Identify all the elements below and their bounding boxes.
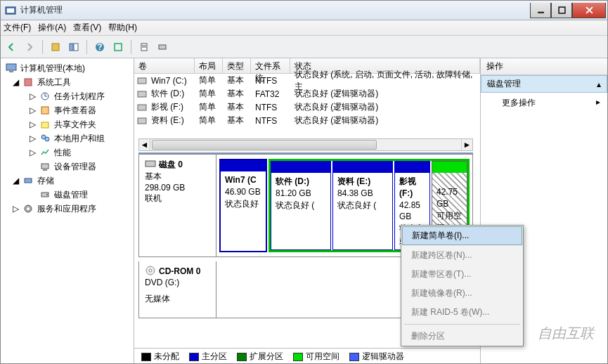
- computer-icon: [5, 63, 18, 74]
- cdrom-info[interactable]: CD-ROM 0 DVD (G:) 无媒体: [139, 261, 216, 318]
- show-hide-console-tree-button[interactable]: [66, 39, 82, 55]
- legend-logical-swatch: [349, 353, 359, 361]
- volume-icon: [134, 103, 147, 112]
- svg-rect-26: [41, 164, 48, 169]
- col-layout[interactable]: 布局: [195, 58, 223, 73]
- svg-rect-7: [70, 44, 73, 51]
- tree-task-scheduler[interactable]: ▷任务计划程序: [2, 89, 132, 103]
- volume-row[interactable]: 软件 (D:) 简单 基本 FAT32 状态良好 (逻辑驱动器): [134, 87, 480, 100]
- col-type[interactable]: 类型: [223, 58, 251, 73]
- ctx-new-simple-volume[interactable]: 新建简单卷(I)...: [402, 226, 522, 245]
- expand-icon[interactable]: ▷: [29, 107, 37, 115]
- scroll-right-icon[interactable]: ►: [461, 139, 472, 150]
- services-icon: [22, 203, 34, 214]
- app-icon: [5, 5, 16, 16]
- partition-e[interactable]: 资料 (E:)84.38 GB状态良好 (: [332, 161, 393, 250]
- minimize-button[interactable]: [530, 3, 551, 18]
- svg-rect-6: [52, 44, 59, 51]
- volume-row[interactable]: 影视 (F:) 简单 基本 NTFS 状态良好 (逻辑驱动器): [134, 100, 480, 114]
- scroll-left-icon[interactable]: ◄: [139, 139, 150, 150]
- partition-d[interactable]: 软件 (D:)81.20 GB状态良好 (: [271, 161, 331, 250]
- disk0-info[interactable]: 磁盘 0 基本 298.09 GB 联机: [139, 155, 216, 256]
- svg-rect-36: [138, 118, 146, 124]
- window-titlebar: 计算机管理: [1, 1, 607, 20]
- tree-system-tools[interactable]: ◢ 系统工具: [2, 75, 132, 89]
- window-title: 计算机管理: [20, 4, 530, 16]
- tree-root[interactable]: 计算机管理(本地): [2, 61, 132, 75]
- svg-rect-15: [159, 45, 166, 49]
- svg-text:?: ?: [97, 42, 102, 52]
- partition-c[interactable]: Win7 (C46.90 GB状态良好: [219, 159, 267, 252]
- tree-services[interactable]: ▷服务和应用程序: [2, 202, 132, 216]
- tree-performance[interactable]: ▷性能: [2, 145, 132, 160]
- expand-icon[interactable]: ▷: [29, 135, 37, 143]
- col-volume[interactable]: 卷: [134, 58, 195, 73]
- svg-rect-3: [559, 7, 565, 13]
- ctx-delete-partition[interactable]: 删除分区: [401, 327, 523, 346]
- settings-button[interactable]: [136, 39, 152, 55]
- menu-action[interactable]: 操作(A): [38, 22, 66, 34]
- volume-row[interactable]: 资料 (E:) 简单 基本 NTFS 状态良好 (逻辑驱动器): [134, 114, 480, 127]
- tree-shared-folders[interactable]: ▷共享文件夹: [2, 117, 132, 131]
- svg-rect-17: [9, 71, 13, 72]
- nav-tree: 计算机管理(本地) ◢ 系统工具 ▷任务计划程序 ▷事件查看器 ▷共享文件夹 ▷…: [1, 58, 134, 364]
- properties-button[interactable]: [48, 39, 63, 55]
- actions-more[interactable]: 更多操作▸: [481, 93, 607, 113]
- svg-rect-28: [25, 178, 32, 183]
- users-icon: [39, 133, 51, 144]
- expand-icon[interactable]: ▷: [29, 93, 37, 100]
- col-filesystem[interactable]: 文件系统: [251, 58, 290, 73]
- storage-icon: [22, 175, 34, 186]
- device-icon: [39, 161, 51, 172]
- tree-device-manager[interactable]: 设备管理器: [2, 160, 132, 174]
- svg-point-32: [27, 207, 30, 210]
- menu-view[interactable]: 查看(V): [73, 22, 101, 34]
- svg-rect-27: [43, 169, 47, 171]
- legend: 未分配 主分区 扩展分区 可用空间 逻辑驱动器: [134, 348, 480, 364]
- actions-diskmgmt[interactable]: 磁盘管理▴: [481, 75, 607, 93]
- svg-rect-11: [115, 44, 122, 51]
- svg-rect-1: [7, 8, 14, 13]
- collapse-icon[interactable]: ◢: [12, 79, 20, 86]
- ctx-new-striped-volume[interactable]: 新建带区卷(T)...: [401, 265, 523, 284]
- volume-icon: [134, 77, 147, 85]
- collapse-icon[interactable]: ◢: [12, 177, 20, 185]
- cdrom-icon: [145, 266, 156, 278]
- svg-rect-22: [41, 107, 48, 114]
- expand-icon[interactable]: ▷: [29, 121, 37, 129]
- svg-rect-8: [74, 44, 78, 51]
- volume-icon: [134, 90, 147, 98]
- ctx-new-mirrored-volume[interactable]: 新建镜像卷(R)...: [401, 284, 523, 303]
- svg-rect-16: [6, 64, 16, 70]
- tree-disk-management[interactable]: 磁盘管理: [2, 188, 132, 202]
- ctx-new-spanned-volume[interactable]: 新建跨区卷(N)...: [401, 246, 523, 265]
- tree-local-users[interactable]: ▷本地用户和组: [2, 131, 132, 145]
- maximize-button[interactable]: [551, 3, 572, 18]
- expand-icon[interactable]: ▷: [29, 149, 37, 157]
- menu-file[interactable]: 文件(F): [4, 22, 31, 34]
- refresh-button[interactable]: [110, 39, 126, 55]
- actions-header: 操作: [481, 58, 607, 75]
- disk-icon: [39, 189, 51, 200]
- tree-event-viewer[interactable]: ▷事件查看器: [2, 103, 132, 117]
- forward-button[interactable]: [22, 39, 37, 55]
- expand-icon[interactable]: ▷: [12, 205, 20, 213]
- folder-share-icon: [39, 119, 51, 130]
- legend-extended-swatch: [237, 353, 247, 361]
- menu-help[interactable]: 帮助(H): [108, 22, 137, 34]
- help-button[interactable]: ?: [92, 39, 108, 55]
- back-button[interactable]: [4, 39, 19, 55]
- ctx-new-raid5-volume[interactable]: 新建 RAID-5 卷(W)...: [401, 303, 523, 322]
- tools-icon: [22, 77, 34, 88]
- horizontal-scrollbar[interactable]: ◄ ►: [138, 138, 473, 151]
- perf-icon: [39, 147, 51, 158]
- extra-button[interactable]: [155, 39, 170, 55]
- volume-row[interactable]: Win7 (C:) 简单 基本 NTFS 状态良好 (系统, 启动, 页面文件,…: [134, 74, 480, 87]
- close-button[interactable]: [572, 3, 606, 18]
- context-menu: 新建简单卷(I)... 新建跨区卷(N)... 新建带区卷(T)... 新建镜像…: [401, 225, 524, 346]
- svg-rect-23: [41, 122, 48, 128]
- tree-storage[interactable]: ◢存储: [2, 174, 132, 188]
- scroll-thumb[interactable]: [152, 140, 377, 150]
- svg-rect-18: [25, 79, 32, 86]
- toolbar: ?: [1, 36, 607, 58]
